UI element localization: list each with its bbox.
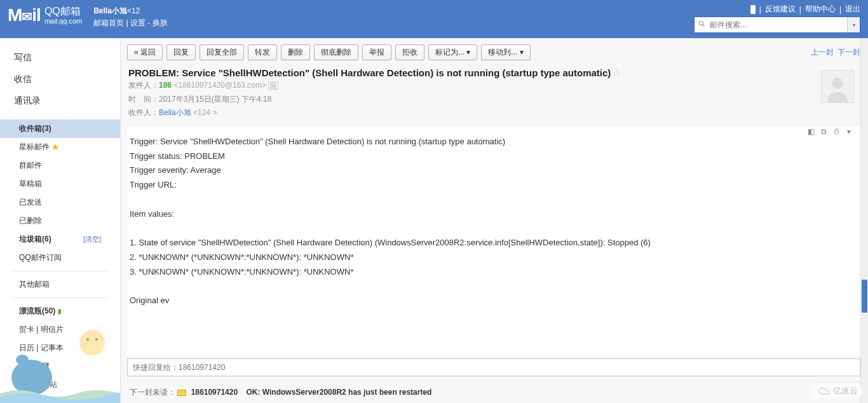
compose-button[interactable]: 写信: [0, 47, 120, 69]
top-links: | 反馈建议 | 帮助中心 | 退出: [750, 4, 860, 15]
receive-button[interactable]: 收信: [0, 69, 120, 90]
reject-button[interactable]: 拒收: [395, 44, 424, 60]
cloud-icon: [818, 386, 831, 395]
bottle-icon: ▮: [58, 308, 62, 315]
folder-deleted[interactable]: 已删除: [0, 212, 120, 230]
mail-actions: ◧ ⧉ ⎙ ▾: [806, 127, 854, 136]
popup-icon[interactable]: ⧉: [818, 127, 829, 136]
from-name[interactable]: 186: [159, 81, 172, 90]
avatar[interactable]: [821, 70, 854, 103]
next-sender: 18610971420: [191, 388, 238, 397]
delete-button[interactable]: 删除: [281, 44, 310, 60]
link-skin[interactable]: 换肤: [153, 18, 168, 27]
forward-button[interactable]: 转发: [248, 44, 277, 60]
usermail-suffix: <12: [127, 6, 140, 15]
folder-readspace[interactable]: 阅读空间: [0, 394, 120, 403]
exit-link[interactable]: 退出: [845, 4, 860, 15]
logo-sub: mail.qq.com: [44, 17, 82, 25]
logo-cn: QQ邮箱: [44, 5, 82, 17]
from-label: 发件人：: [128, 81, 159, 90]
mail-body: Trigger: Service "ShellHWDetection" (She…: [127, 125, 860, 356]
content: « 返回 回复 回复全部 转发 删除 彻底删除 举报 拒收 标记为... ▾ 移…: [121, 38, 868, 403]
link-home[interactable]: 邮箱首页: [93, 18, 124, 27]
time-label: 时 间：: [128, 95, 159, 104]
time-value: 2017年3月15日(星期三) 下午4:18: [159, 95, 271, 104]
quick-reply-input[interactable]: [127, 359, 860, 376]
from-addr: <18610971420@163.com>: [173, 81, 266, 90]
user-info: Bella小旭<12 邮箱首页 | 设置 - 换肤: [93, 5, 167, 29]
svg-point-0: [700, 22, 703, 25]
mail-subject: PROBLEM: Service "ShellHWDetection" (She…: [128, 67, 611, 78]
search-bar: ▾: [694, 17, 860, 33]
scrollbar-thumb[interactable]: [862, 280, 867, 313]
print-icon[interactable]: ⎙: [831, 127, 841, 136]
folder-attach[interactable]: 附件收藏: [0, 357, 120, 376]
scrollbar[interactable]: [860, 38, 868, 403]
header: M✉il QQ邮箱 mail.qq.com Bella小旭<12 邮箱首页 | …: [0, 0, 868, 38]
prev-mail-link[interactable]: 上一封: [811, 47, 834, 58]
reply-all-button[interactable]: 回复全部: [200, 44, 244, 60]
toolbar: « 返回 回复 回复全部 转发 删除 彻底删除 举报 拒收 标记为... ▾ 移…: [127, 44, 860, 60]
to-addr: <124 >: [193, 108, 217, 117]
folder-calendar[interactable]: 日历 | 记事本: [0, 339, 120, 357]
folder-filestation[interactable]: 文件中转站: [0, 376, 120, 394]
svg-line-1: [703, 25, 705, 27]
help-link[interactable]: 帮助中心: [805, 4, 836, 15]
logo[interactable]: M✉il QQ邮箱 mail.qq.com: [8, 5, 82, 25]
sidebar: 写信 收信 通讯录 收件箱(3) 星标邮件 ★ 群邮件 草稿箱 已发送 已删除 …: [0, 38, 121, 403]
next-mail-link[interactable]: 下一封: [837, 47, 860, 58]
folder-trash[interactable]: 垃圾箱(6)[清空]: [0, 230, 120, 249]
contacts-button[interactable]: 通讯录: [0, 90, 120, 112]
mail-head: PROBLEM: Service "ShellHWDetection" (She…: [127, 67, 860, 125]
next-unread-label: 下一封未读：: [130, 388, 175, 397]
feedback-link[interactable]: 反馈建议: [765, 4, 796, 15]
folder-other[interactable]: 其他邮箱: [0, 275, 120, 294]
quick-reply: [127, 359, 860, 376]
envelope-icon: [177, 390, 186, 396]
trash-empty-link[interactable]: [清空]: [83, 235, 101, 244]
phone-icon[interactable]: [750, 5, 756, 14]
search-icon: [698, 20, 706, 28]
watermark-text: 亿速云: [833, 385, 858, 397]
folder-drift[interactable]: 漂流瓶(50) ▮: [0, 302, 120, 320]
folder-group[interactable]: 群邮件: [0, 156, 120, 175]
link-settings[interactable]: 设置: [130, 18, 146, 27]
next-mail-bar[interactable]: 下一封未读： 18610971420 OK: WindowsServer2008…: [127, 381, 860, 403]
compose-label: 写信: [14, 52, 32, 64]
to-name[interactable]: Bella小旭: [159, 108, 191, 117]
folder-list: 收件箱(3) 星标邮件 ★ 群邮件 草稿箱 已发送 已删除 垃圾箱(6)[清空]…: [0, 120, 120, 403]
folder-subscribe[interactable]: QQ邮件订阅: [0, 249, 120, 267]
reply-button[interactable]: 回复: [166, 44, 196, 60]
folder-inbox[interactable]: 收件箱(3): [0, 120, 120, 138]
folder-starred[interactable]: 星标邮件 ★: [0, 138, 120, 156]
contacts-label: 通讯录: [14, 95, 41, 107]
receive-label: 收信: [14, 74, 32, 85]
cert-icon[interactable]: 国: [268, 81, 278, 90]
next-subject: OK: WindowsServer2008R2 has just been re…: [246, 388, 431, 397]
folder-drafts[interactable]: 草稿箱: [0, 175, 120, 193]
star-icon[interactable]: ☆: [612, 67, 621, 78]
more-icon[interactable]: ▾: [844, 127, 854, 136]
to-label: 收件人：: [128, 108, 159, 117]
folder-sent[interactable]: 已发送: [0, 193, 120, 212]
logo-main: M✉il: [8, 5, 41, 25]
watermark: 亿速云: [813, 384, 863, 398]
folder-cards[interactable]: 贺卡 | 明信片: [0, 320, 120, 339]
back-button[interactable]: « 返回: [127, 44, 163, 60]
move-button[interactable]: 移动到... ▾: [481, 44, 530, 60]
window-icon[interactable]: ◧: [806, 127, 816, 136]
mark-button[interactable]: 标记为... ▾: [428, 44, 477, 60]
search-dropdown[interactable]: ▾: [847, 17, 860, 32]
delete-perm-button[interactable]: 彻底删除: [314, 44, 358, 60]
search-input[interactable]: [695, 17, 847, 32]
spam-button[interactable]: 举报: [362, 44, 391, 60]
username: Bella小旭: [93, 6, 127, 15]
svg-point-10: [832, 78, 843, 89]
